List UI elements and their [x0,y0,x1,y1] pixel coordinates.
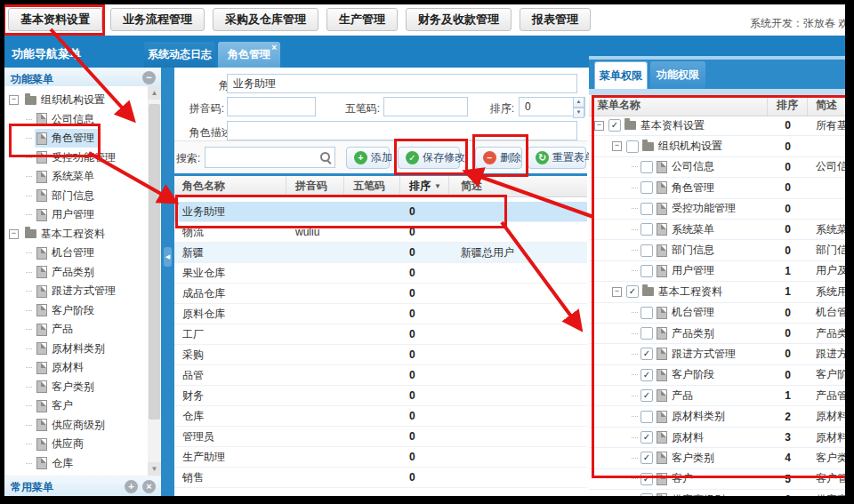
role-name-input[interactable] [227,74,577,93]
checkbox-icon[interactable] [640,327,653,340]
permission-tree-row[interactable]: ✓客户阶段0客户阶 [589,365,845,386]
tree-expander-icon[interactable]: − [594,121,604,131]
permission-tree-row[interactable]: ✓原材料3原材料 [589,428,845,448]
checkbox-checked-icon[interactable]: ✓ [608,119,621,132]
nav-tree-item[interactable]: 供应商 [4,435,148,454]
role-table-row[interactable]: 管理员0 [174,427,587,447]
tree-expander-icon[interactable]: − [9,229,19,239]
nav-tree-group[interactable]: −基本工程资料 [4,225,148,244]
spin-down-icon[interactable]: ▼ [573,108,584,118]
checkbox-icon[interactable] [640,411,653,423]
nav-tree-item[interactable]: 产品类别 [4,263,148,283]
permission-tree-row[interactable]: 用户管理1用户及 [589,261,845,282]
checkbox-checked-icon[interactable]: ✓ [640,431,653,444]
nav-tree-item[interactable]: 公司信息 [4,110,148,130]
scroll-up-icon[interactable]: ▲ [148,86,161,100]
role-table-row[interactable]: 果业仓库0 [174,263,587,284]
add-button[interactable]: + 添加 [346,147,390,169]
role-table-row[interactable]: 业务助理0 [174,202,587,222]
checkbox-checked-icon[interactable]: ✓ [640,348,653,360]
role-table-row[interactable]: 工厂0 [174,324,587,345]
sidebar-section-header[interactable]: 功能菜单 − [4,68,161,88]
checkbox-icon[interactable] [640,161,653,173]
checkbox-checked-icon[interactable]: ✓ [640,389,653,402]
pinyin-input[interactable] [227,97,316,116]
sidebar-footer[interactable]: 常用菜单 + × [4,476,161,496]
nav-tree-item[interactable]: 客户类别 [4,378,148,397]
permission-tree-row[interactable]: ✓跟进方式管理0跟进方 [589,344,845,364]
sidebar-splitter[interactable]: ◀ [161,68,174,496]
wubi-input[interactable] [383,97,468,116]
col-perm-sort[interactable]: 排序 [768,95,808,116]
tab-role-management[interactable]: 角色管理 × [218,42,280,68]
nav-tree-item[interactable]: 客户 [4,396,148,416]
permission-tree-row[interactable]: −组织机构设置0 [589,136,845,156]
checkbox-checked-icon[interactable]: ✓ [640,369,653,381]
permission-tree-row[interactable]: 供应商级别6供应商 [589,490,845,496]
search-icon[interactable] [319,151,332,164]
role-table-row[interactable]: 仓库0 [174,406,587,427]
nav-tree-item[interactable]: 原材料类别 [4,340,148,359]
top-menu-item-4[interactable]: 财务及收款管理 [406,8,512,31]
permission-tree-row[interactable]: ✓产品1产品管 [589,386,845,406]
permission-tree-row[interactable]: 原材料类别2原材料 [589,406,845,427]
tree-expander-icon[interactable]: − [9,95,19,105]
role-table-row[interactable]: 原料仓库0 [174,304,587,324]
nav-tree-item[interactable]: 产品 [4,320,148,340]
tab-function-permission[interactable]: 功能权限 [650,61,705,89]
spin-up-icon[interactable]: ▲ [573,97,584,108]
permission-tree-row[interactable]: 公司信息0公司信 [589,157,845,178]
checkbox-icon[interactable] [626,140,639,153]
splitter-collapse-icon[interactable]: ◀ [164,247,172,267]
role-desc-input[interactable] [227,121,577,140]
checkbox-checked-icon[interactable]: ✓ [640,452,653,464]
permission-tree-row[interactable]: 受控功能管理0 [589,199,845,220]
permission-tree-row[interactable]: 产品类别0产品类 [589,324,845,344]
nav-tree-item[interactable]: 客户阶段 [4,301,148,321]
nav-tree-item[interactable]: 跟进方式管理 [4,282,148,301]
search-input[interactable] [205,147,335,168]
add-circle-icon[interactable]: + [125,480,138,493]
tree-expander-icon[interactable]: − [612,287,622,297]
permission-tree-row[interactable]: 系统菜单0系统菜 [589,220,845,240]
permission-tree-row[interactable]: 机台管理0机台管 [589,303,845,324]
nav-tree-item[interactable]: 原材料 [4,358,148,378]
permission-tree-row[interactable]: −✓基本工程资料1系统用 [589,282,845,302]
sidebar-scrollbar[interactable]: ▲ ▼ [148,86,161,476]
close-tab-icon[interactable]: × [271,44,277,52]
col-role-name[interactable]: 角色名称 [174,176,286,196]
save-button[interactable]: ✓ 保存修改 [398,147,460,169]
nav-tree-group[interactable]: −组织机构设置 [4,91,148,110]
checkbox-checked-icon[interactable]: ✓ [640,473,653,485]
tree-expander-icon[interactable]: − [612,141,622,151]
collapse-minus-icon[interactable]: − [142,71,156,84]
top-menu-item-3[interactable]: 生产管理 [326,8,398,31]
scroll-down-icon[interactable]: ▼ [148,462,161,476]
col-wubi[interactable]: 五笔码 [344,176,400,196]
checkbox-icon[interactable] [640,265,653,277]
col-perm-desc[interactable]: 简述 [808,95,845,116]
tab-system-log[interactable]: 系统动态日志 [144,42,215,68]
col-sort[interactable]: 排序▼ [400,176,449,196]
checkbox-icon[interactable] [640,493,653,496]
nav-tree-item[interactable]: 受控功能管理 [4,148,148,168]
role-table-row[interactable]: 新疆0新疆总用户 [174,243,587,263]
delete-button[interactable]: − 删除 [475,147,522,169]
role-table-row[interactable]: 采购0 [174,345,587,365]
scrollbar-thumb[interactable] [149,104,160,420]
nav-tree-item[interactable]: 机台管理 [4,244,148,263]
role-table-row[interactable]: 品管0 [174,365,587,386]
role-table-row[interactable]: 生产助理0 [174,447,587,468]
checkbox-checked-icon[interactable]: ✓ [626,285,639,298]
checkbox-icon[interactable] [640,223,653,236]
col-desc[interactable]: 简述 [449,176,587,196]
col-pinyin[interactable]: 拼音码 [286,176,344,196]
nav-tree-item[interactable]: 用户管理 [4,205,148,225]
checkbox-icon[interactable] [640,203,653,215]
role-table-row[interactable]: 销售0 [174,468,587,488]
nav-tree-item[interactable]: 仓库 [4,454,148,474]
tab-menu-permission[interactable]: 菜单权限 [594,61,648,89]
permission-tree-row[interactable]: 部门信息0部门信 [589,240,845,260]
role-table-row[interactable]: 财务0 [174,386,587,406]
permission-tree-row[interactable]: −✓基本资料设置0所有基 [589,116,845,136]
